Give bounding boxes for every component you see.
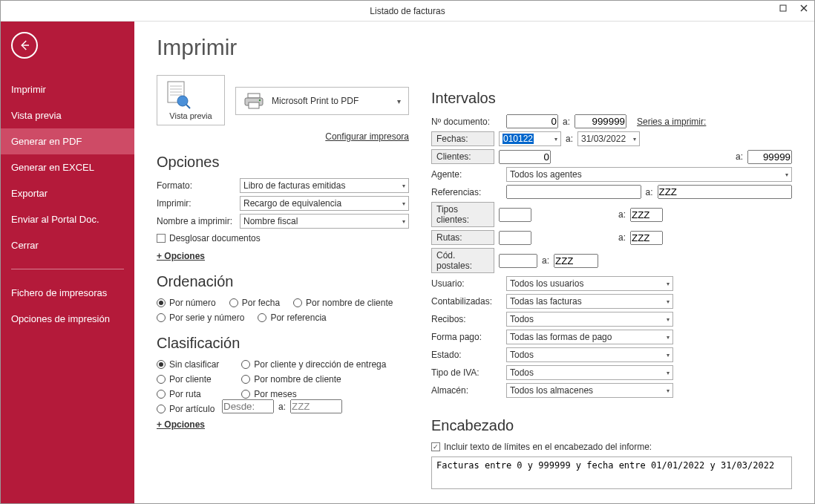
svg-line-10 [186, 105, 190, 108]
options-heading: Opciones [157, 154, 409, 171]
class-by-client[interactable]: Por cliente [157, 374, 219, 384]
wh-combo[interactable]: Todos los almacenes▾ [506, 383, 673, 398]
vat-label: Tipo de IVA: [431, 367, 502, 378]
clienttype-to-input[interactable] [630, 208, 663, 222]
svg-point-9 [177, 96, 188, 106]
date-to-combo[interactable]: 31/03/2022▾ [577, 131, 640, 146]
class-by-months[interactable]: Por meses [241, 389, 386, 399]
sidebar-item-print[interactable]: Imprimir [1, 76, 134, 102]
state-combo[interactable]: Todos▾ [506, 347, 673, 362]
receipts-label: Recibos: [431, 314, 502, 324]
chevron-down-icon: ▾ [667, 352, 670, 359]
agent-label: Agente: [431, 169, 502, 180]
user-label: Usuario: [431, 278, 502, 289]
chevron-down-icon: ▾ [785, 171, 788, 178]
class-from-input[interactable] [222, 399, 274, 413]
chevron-down-icon: ▾ [402, 218, 405, 225]
preview-button[interactable]: Vista previa [157, 75, 225, 125]
svg-rect-0 [780, 5, 786, 11]
svg-point-14 [259, 99, 261, 101]
sidebar-separator [11, 269, 124, 269]
sidebar-item-printers-file[interactable]: Fichero de impresoras [1, 280, 134, 306]
header-text[interactable] [431, 456, 792, 489]
class-heading: Clasificación [157, 335, 409, 352]
ref-from-input[interactable] [506, 185, 641, 199]
app-window: Listado de facturas Imprimir Vista previ… [0, 0, 815, 504]
chevron-down-icon: ▾ [402, 183, 405, 189]
preview-label: Vista previa [160, 111, 221, 120]
doc-to-input[interactable] [575, 114, 626, 128]
class-to-label: a: [278, 402, 286, 412]
header-chk-row: ✓ Incluir texto de límites en el encabez… [431, 442, 792, 452]
class-by-route[interactable]: Por ruta [157, 389, 219, 399]
class-none[interactable]: Sin clasificar [157, 359, 219, 370]
class-by-client-name[interactable]: Por nombre de cliente [241, 374, 386, 384]
routes-button[interactable]: Rutas: [431, 230, 494, 245]
vat-combo[interactable]: Todos▾ [506, 365, 673, 380]
sidebar-item-portal[interactable]: Enviar al Portal Doc. [1, 206, 134, 232]
nameprint-combo[interactable]: Nombre fiscal▾ [240, 214, 409, 229]
back-button[interactable] [11, 32, 38, 59]
format-combo[interactable]: Libro de facturas emitidas▾ [240, 178, 409, 193]
content: Imprimir Vista previa Generar en PDF Gen… [1, 22, 814, 503]
sidebar-item-excel[interactable]: Generar en EXCEL [1, 154, 134, 180]
maximize-button[interactable] [773, 1, 793, 16]
doc-from-input[interactable] [506, 114, 558, 128]
series-link[interactable]: Series a imprimir: [637, 117, 706, 127]
sort-by-number[interactable]: Por número [157, 298, 216, 308]
right-column: Intervalos Nº documento: a: Series a imp… [431, 35, 792, 496]
class-by-client-addr[interactable]: Por cliente y dirección de entrega [241, 359, 386, 370]
sort-by-series-number[interactable]: Por serie y número [157, 312, 244, 323]
dates-button[interactable]: Fechas: [431, 131, 494, 146]
sidebar-item-preview[interactable]: Vista previa [1, 102, 134, 128]
routes-from-input[interactable] [499, 231, 531, 245]
breakdown-checkbox[interactable] [157, 234, 166, 243]
clients-button[interactable]: Clientes: [431, 149, 494, 164]
class-to-input[interactable] [290, 399, 342, 413]
printer-select[interactable]: Microsoft Print to PDF ▾ [235, 87, 409, 115]
sort-by-client-name[interactable]: Por nombre de cliente [293, 298, 393, 308]
main: Imprimir Vista previa [134, 22, 814, 503]
sort-by-date[interactable]: Por fecha [229, 298, 280, 308]
configure-printer-link[interactable]: Configurar impresora [325, 131, 409, 142]
paytype-label: Forma pago: [431, 332, 502, 342]
state-label: Estado: [431, 350, 502, 360]
posted-label: Contabilizadas: [431, 296, 502, 307]
doc-label: Nº documento: [431, 117, 502, 127]
ref-to-input[interactable] [658, 185, 793, 199]
paytype-combo[interactable]: Todas las formas de pago▾ [506, 330, 673, 344]
close-button[interactable] [793, 1, 814, 16]
left-column: Imprimir Vista previa [157, 35, 409, 496]
clienttype-from-input[interactable] [499, 208, 531, 222]
postal-button[interactable]: Cód. postales: [431, 248, 494, 273]
agent-combo[interactable]: Todos los agentes▾ [506, 167, 792, 182]
more-options-link[interactable]: + Opciones [157, 251, 205, 261]
chevron-down-icon: ▾ [397, 97, 401, 105]
chevron-down-icon: ▾ [667, 334, 670, 341]
print-combo[interactable]: Recargo de equivalencia▾ [240, 196, 409, 211]
posted-combo[interactable]: Todas las facturas▾ [506, 294, 673, 309]
client-from-input[interactable] [499, 150, 551, 164]
header-checkbox[interactable]: ✓ [431, 442, 440, 451]
document-preview-icon [160, 80, 193, 110]
postal-to-input[interactable] [554, 254, 598, 268]
user-combo[interactable]: Todos los usuarios▾ [506, 276, 673, 291]
routes-to-input[interactable] [630, 231, 663, 245]
sidebar: Imprimir Vista previa Generar en PDF Gen… [1, 22, 134, 503]
client-to-input[interactable] [747, 150, 792, 164]
sort-by-reference[interactable]: Por referencia [258, 312, 326, 323]
sidebar-item-close[interactable]: Cerrar [1, 232, 134, 258]
more-class-link[interactable]: + Opciones [157, 419, 205, 430]
receipts-combo[interactable]: Todos▾ [506, 312, 673, 327]
clienttype-button[interactable]: Tipos clientes: [431, 202, 494, 227]
sidebar-item-print-options[interactable]: Opciones de impresión [1, 306, 134, 332]
class-by-article[interactable]: Por artículo [157, 404, 219, 414]
maximize-icon [779, 4, 787, 12]
breakdown-checkbox-row: Desglosar documentos [157, 233, 409, 243]
sidebar-item-pdf[interactable]: Generar en PDF [1, 128, 134, 154]
chevron-down-icon: ▾ [667, 281, 670, 287]
chevron-down-icon: ▾ [633, 136, 636, 143]
postal-from-input[interactable] [499, 254, 537, 268]
date-from-combo[interactable]: 010122▾ [499, 131, 561, 146]
sidebar-item-export[interactable]: Exportar [1, 180, 134, 206]
